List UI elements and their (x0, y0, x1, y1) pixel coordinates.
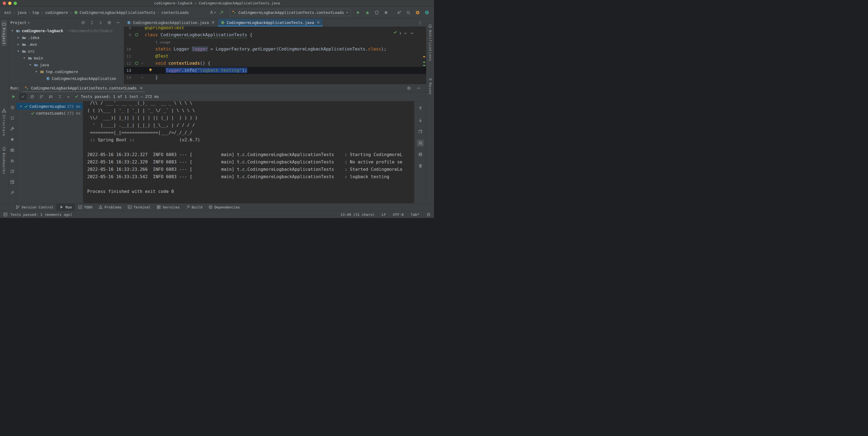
export-test-results-button[interactable] (9, 168, 16, 174)
indent-widget[interactable]: Tab* (411, 212, 419, 216)
stop-button[interactable] (382, 9, 390, 16)
breadcrumb-item-codingmorelogbackapplicationtests[interactable]: CCodingmoreLogbackApplicationTests (73, 10, 156, 15)
code-line[interactable]: 1 usage (124, 38, 426, 46)
status-message[interactable]: Tests passed: 1 (moments ago) (10, 212, 72, 216)
collapse-tests-button[interactable] (56, 93, 64, 100)
close-tab-icon[interactable]: × (211, 21, 215, 25)
tree-expand-arrow[interactable]: ▸ (17, 36, 20, 39)
editor-tab[interactable]: CCodingmoreLogbackApplication.java× (124, 19, 218, 26)
test-tree-item[interactable]: ▾CodingmoreLogbackApplicationTests272 ms (17, 103, 83, 110)
code-line[interactable]: 14 } (124, 74, 426, 81)
stripe-button-bookmarks[interactable]: Bookmarks (1, 145, 7, 176)
hide-project-panel-button[interactable] (115, 19, 122, 26)
run-content-tab[interactable]: CodingmoreLogbackApplicationTests.contex… (22, 84, 145, 92)
project-tree-item--idea[interactable]: ▸.idea (8, 34, 124, 41)
prev-problem-button[interactable] (403, 31, 408, 36)
stripe-button-notifications[interactable]: Notifications (428, 22, 433, 63)
tree-expand-arrow[interactable]: ▾ (10, 29, 14, 32)
lock-icon[interactable] (426, 212, 431, 216)
sort-alphabetically-button[interactable] (38, 93, 45, 100)
toggle-auto-test-button[interactable] (9, 115, 16, 121)
scroll-down-button[interactable] (417, 117, 424, 124)
breadcrumb-item-est[interactable]: est (3, 10, 12, 15)
run-button[interactable] (354, 9, 362, 16)
code-line[interactable]: 13 logger.info("logback testing"); (124, 67, 426, 74)
code-editor[interactable]: 8@SpringBootTest9class CodingmoreLogback… (124, 27, 426, 84)
project-tree-item-top-codingmore[interactable]: ▾top.codingmore (8, 68, 124, 75)
chevron-down-icon[interactable]: ▾ (28, 21, 29, 24)
test-tree-item[interactable]: contextLoads()272 ms (17, 110, 83, 117)
translate-button[interactable]: A (395, 9, 403, 16)
close-tab-icon[interactable]: × (316, 21, 320, 25)
rerun-tests-button[interactable] (10, 93, 18, 100)
tree-expand-arrow[interactable]: ▸ (17, 42, 20, 46)
close-icon[interactable]: × (139, 86, 143, 90)
caret-position-widget[interactable]: 13:40 (31 chars) (340, 212, 375, 216)
more-actions-chevrons[interactable]: » (65, 94, 71, 99)
tree-expand-arrow[interactable]: ▾ (34, 70, 38, 74)
code-line[interactable]: 10 static Logger logger = LoggerFactory.… (124, 46, 426, 53)
show-passed-button[interactable] (19, 93, 27, 100)
toolwindow-button-todo[interactable]: TODO (75, 204, 95, 211)
line-separator-widget[interactable]: LF (382, 212, 386, 216)
code-line[interactable]: 11 @Test (124, 53, 426, 60)
editor-tab[interactable]: CCodingmoreLogbackApplicationTests.java× (218, 19, 323, 26)
run-test-gutter-icon[interactable] (133, 61, 140, 65)
collapse-all-button[interactable] (97, 19, 104, 26)
scroll-up-button[interactable] (417, 105, 424, 112)
code-fold-icon[interactable] (140, 61, 145, 65)
project-tree-item-codingmorelogbackapplication[interactable]: CCodingmoreLogbackApplication (8, 75, 124, 82)
toolwindow-button-terminal[interactable]: Terminal (125, 204, 154, 211)
stripe-button-maven[interactable]: mMaven (428, 75, 433, 96)
editor-scrollbar[interactable] (423, 27, 426, 84)
code-fold-icon[interactable] (140, 75, 145, 80)
run-test-gutter-icon[interactable] (133, 33, 140, 37)
run-configuration-select[interactable]: CodingmoreLogbackApplicationTests.contex… (229, 9, 350, 16)
encoding-widget[interactable]: UTF-8 (393, 212, 404, 216)
expand-all-button[interactable] (88, 19, 95, 26)
toolwindow-button-run[interactable]: Run (56, 204, 75, 211)
toolwindow-button-services[interactable]: Services (153, 204, 183, 211)
hide-run-panel-button[interactable] (415, 85, 422, 91)
test-history-button[interactable] (9, 105, 16, 111)
run-with-coverage-button[interactable] (373, 9, 380, 16)
jump-to-source-button[interactable] (417, 128, 424, 135)
code-with-me-button[interactable] (423, 9, 431, 16)
tree-expand-arrow[interactable]: ▾ (17, 49, 20, 53)
soft-wrap-button[interactable] (417, 139, 424, 147)
usages-inlay-hint[interactable]: 1 usage (155, 40, 170, 44)
test-runner-settings-button[interactable] (9, 126, 16, 132)
toolwindow-switcher-icon[interactable] (3, 212, 8, 216)
breadcrumb-item-contextloads[interactable]: contextLoads (160, 10, 190, 15)
inspections-widget[interactable]: 1 (392, 29, 416, 37)
tree-expand-arrow[interactable]: ▾ (28, 63, 32, 66)
ide-update-button[interactable] (414, 9, 422, 16)
maximize-window-button[interactable] (13, 2, 17, 5)
stripe-button-project[interactable]: Project (1, 20, 7, 47)
run-settings-button[interactable] (405, 85, 412, 91)
toolwindow-button-problems[interactable]: Problems (95, 204, 125, 211)
close-window-button[interactable] (3, 2, 6, 5)
project-tree-item--mvn[interactable]: ▸.mvn (8, 41, 124, 48)
intention-bulb-icon[interactable] (148, 68, 153, 72)
print-console-button[interactable] (417, 151, 424, 158)
attach-debugger-button[interactable] (9, 158, 16, 164)
code-line[interactable]: 12 void contextLoads() { (124, 60, 426, 67)
project-tree-item-codingmore-logback[interactable]: ▾codingmore-logback~/Documents/Github/c (8, 27, 124, 34)
breadcrumb-item-codingmore[interactable]: codingmore (44, 10, 69, 15)
search-everywhere-button[interactable] (405, 9, 412, 16)
next-problem-button[interactable] (409, 31, 414, 36)
code-line[interactable]: 9class CodingmoreLogbackApplicationTests… (124, 31, 426, 38)
toolwindow-button-version-control[interactable]: Version Control (12, 204, 56, 211)
select-opened-file-button[interactable] (80, 19, 87, 26)
stop-process-button[interactable] (9, 137, 16, 142)
project-panel-title[interactable]: Project (10, 21, 26, 25)
breadcrumb-item-java[interactable]: java (16, 10, 28, 15)
tree-expand-arrow[interactable]: ▾ (22, 56, 26, 60)
stripe-button-structure[interactable]: Structure (1, 107, 7, 138)
minimize-window-button[interactable] (8, 2, 11, 5)
clear-console-button[interactable] (417, 162, 424, 169)
project-tree-item-java[interactable]: ▾java (8, 61, 124, 68)
tree-expand-arrow[interactable]: ▾ (19, 105, 23, 108)
tab-options-button[interactable] (416, 19, 424, 26)
